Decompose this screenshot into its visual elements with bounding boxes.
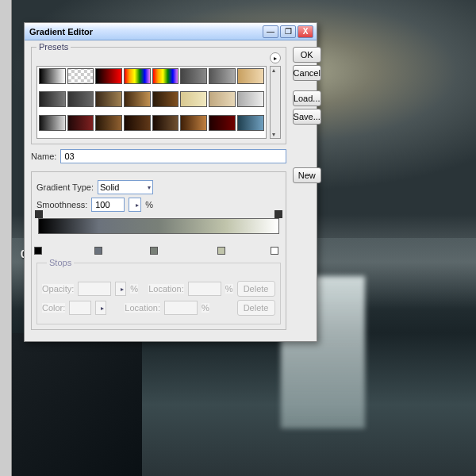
smoothness-flyout[interactable]: ▸	[129, 198, 141, 212]
gradient-editor-dialog: Gradient Editor — ❐ X Presets ▸ Name:	[24, 22, 317, 342]
preset-swatch[interactable]	[124, 115, 151, 131]
color-stop[interactable]	[271, 247, 278, 255]
preset-swatch[interactable]	[152, 115, 179, 131]
chevron-right-icon: ▸	[136, 202, 139, 209]
gradient-type-value: Solid	[100, 182, 119, 192]
color-location-input	[164, 301, 198, 315]
gradient-bar[interactable]	[38, 218, 279, 247]
minimize-button[interactable]: —	[263, 25, 278, 38]
preset-swatch[interactable]	[209, 91, 236, 107]
preset-swatch[interactable]	[124, 68, 151, 84]
preset-swatch[interactable]	[237, 91, 264, 107]
gradient-settings: Gradient Type: Solid ▾ Smoothness: ▸ %	[31, 171, 286, 330]
window-title: Gradient Editor	[28, 27, 261, 36]
opacity-unit: %	[130, 284, 138, 294]
preset-swatch[interactable]	[237, 68, 264, 84]
titlebar[interactable]: Gradient Editor — ❐ X	[25, 23, 317, 40]
gradient-type-select[interactable]: Solid ▾	[98, 180, 153, 194]
opacity-stop-left[interactable]	[35, 210, 43, 218]
location-input	[188, 282, 221, 296]
preset-swatch[interactable]	[67, 91, 94, 107]
close-button[interactable]: X	[298, 25, 313, 38]
preset-swatch[interactable]	[67, 115, 94, 131]
preset-swatch-grid[interactable]	[36, 66, 267, 139]
opacity-flyout: ▸	[115, 282, 126, 296]
preset-swatch[interactable]	[95, 68, 122, 84]
preset-swatch[interactable]	[124, 91, 151, 107]
color-label: Color:	[42, 303, 65, 313]
load-button[interactable]: Load...	[293, 90, 321, 106]
preset-swatch[interactable]	[237, 115, 264, 131]
gradient-type-label: Gradient Type:	[36, 182, 94, 192]
smoothness-label: Smoothness:	[36, 200, 87, 209]
preset-scrollbar[interactable]	[270, 66, 281, 139]
color-flyout: ▸	[95, 301, 106, 315]
bg-cliff	[12, 333, 142, 476]
presets-menu-icon[interactable]: ▸	[270, 52, 281, 63]
preset-swatch[interactable]	[209, 68, 236, 84]
preset-swatch[interactable]	[39, 68, 66, 84]
presets-legend: Presets	[36, 42, 71, 52]
preset-swatch[interactable]	[180, 115, 207, 131]
cancel-button[interactable]: Cancel	[293, 65, 321, 81]
new-button[interactable]: New	[293, 167, 321, 183]
preset-swatch[interactable]	[95, 115, 122, 131]
stops-fieldset: Stops Opacity: ▸ % Location: % Delete Co…	[36, 263, 281, 324]
opacity-label: Opacity:	[42, 284, 74, 294]
presets-fieldset: Presets ▸	[31, 47, 286, 144]
opacity-input	[78, 282, 111, 296]
smoothness-input[interactable]	[91, 198, 125, 212]
opacity-stop-right[interactable]	[274, 210, 282, 218]
preset-swatch[interactable]	[39, 91, 66, 107]
maximize-button[interactable]: ❐	[280, 25, 296, 38]
save-button[interactable]: Save...	[293, 109, 321, 125]
color-stop[interactable]	[94, 247, 102, 255]
smoothness-unit: %	[145, 200, 153, 209]
stops-legend: Stops	[47, 258, 74, 267]
name-input[interactable]	[60, 149, 286, 163]
preset-swatch[interactable]	[67, 68, 94, 84]
gradient-preview[interactable]	[38, 218, 279, 234]
color-stop[interactable]	[150, 247, 158, 255]
color-stop[interactable]	[34, 247, 42, 255]
delete-opacity-stop-button: Delete	[237, 281, 275, 297]
name-label: Name:	[31, 152, 56, 161]
preset-swatch[interactable]	[209, 115, 236, 131]
preset-swatch[interactable]	[95, 91, 122, 107]
delete-color-stop-button: Delete	[237, 300, 275, 316]
chevron-down-icon: ▾	[148, 184, 151, 191]
preset-swatch[interactable]	[152, 91, 179, 107]
location-unit-2: %	[202, 303, 209, 313]
preset-swatch[interactable]	[39, 115, 66, 131]
location-unit: %	[225, 284, 233, 294]
ok-button[interactable]: OK	[293, 47, 321, 63]
color-swatch	[69, 301, 91, 315]
preset-swatch[interactable]	[180, 91, 207, 107]
preset-swatch[interactable]	[180, 68, 207, 84]
location-label: Location:	[148, 284, 184, 294]
preset-swatch[interactable]	[152, 68, 179, 84]
location-label-2: Location:	[125, 303, 160, 313]
color-stop[interactable]	[217, 247, 225, 255]
